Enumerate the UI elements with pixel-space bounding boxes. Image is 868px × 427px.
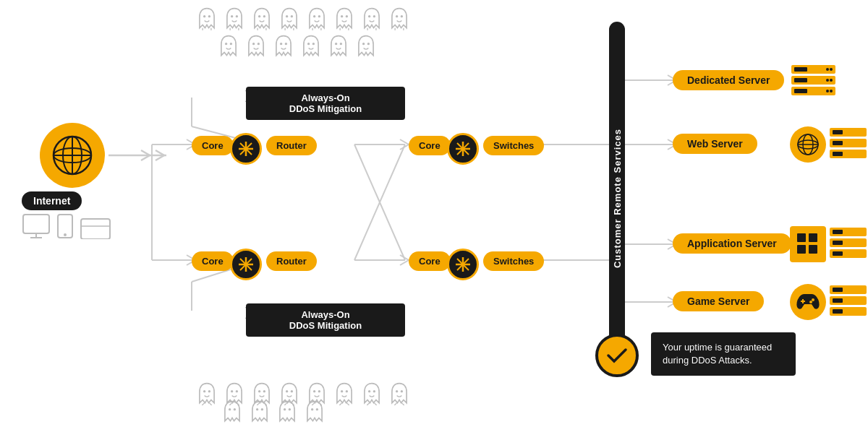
svg-point-103 [830,90,833,92]
router-node-1: Router [266,136,317,155]
expand-icon-4 [447,249,479,280]
switches-node-1: Switches [483,136,544,155]
core-node-1: Core [192,136,234,155]
core-node-3: Core [192,251,234,271]
network-diagram: Internet Always-On DDoS Mitigation Alway… [0,0,868,427]
guarantee-box: Your uptime is guaranteed during DDoS At… [651,332,796,376]
game-server-label: Game Server [673,291,764,311]
core-node-4: Core [409,251,451,271]
core-node-2: Core [409,136,451,155]
svg-point-102 [826,90,829,92]
crs-label: Customer Remote Services [609,22,625,376]
dedicated-server-label: Dedicated Server [673,70,784,90]
check-circle [595,334,639,377]
svg-point-99 [830,68,833,71]
dedicated-server-icon [790,64,837,99]
web-server-label: Web Server [673,134,757,154]
web-server-text: Web Server [687,138,743,150]
ddos-banner-bottom: Always-On DDoS Mitigation [246,303,405,337]
switches-node-2: Switches [483,251,544,271]
svg-point-100 [826,79,829,82]
svg-rect-97 [794,89,807,93]
svg-point-101 [830,79,833,82]
ddos-banner-top: Always-On DDoS Mitigation [246,87,405,120]
router-node-2: Router [266,251,317,271]
expand-icon-3 [230,249,262,280]
svg-rect-96 [794,78,807,82]
expand-icon-1 [230,133,262,165]
svg-rect-95 [794,67,807,72]
svg-point-98 [826,68,829,71]
expand-icon-2 [447,133,479,165]
application-server-label: Application Server [673,233,791,254]
